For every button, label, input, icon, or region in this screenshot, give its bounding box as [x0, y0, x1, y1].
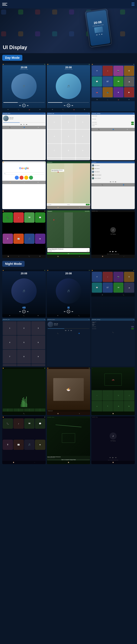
- cp-play-btn[interactable]: ▶: [112, 250, 114, 252]
- menu-lines-icon[interactable]: ☰: [131, 2, 135, 6]
- prev-btn-2[interactable]: ⏮: [64, 104, 66, 106]
- cp-news-icon[interactable]: 📰: [14, 234, 24, 244]
- app-youtube[interactable]: ▶: [124, 87, 134, 97]
- night-bt-edit[interactable]: ✎: [133, 322, 134, 323]
- night-cp-maps[interactable]: 🗺: [24, 418, 34, 429]
- app-bt[interactable]: BT: [102, 76, 113, 87]
- dial-6[interactable]: 6: [76, 130, 90, 144]
- night-bt-music-close[interactable]: ✕: [88, 319, 89, 320]
- app-maps[interactable]: 🗺: [113, 76, 124, 87]
- cp-extra-2[interactable]: ★: [35, 234, 45, 244]
- night-np-play[interactable]: ▶: [112, 456, 114, 458]
- night-dial-8[interactable]: 8: [17, 350, 31, 364]
- night-app-7[interactable]: 🗺: [113, 282, 124, 293]
- night-dial-star[interactable]: *: [3, 364, 17, 366]
- night-nav-down[interactable]: ▼: [102, 401, 113, 412]
- wave-btn-5[interactable]: BAL: [3, 410, 13, 412]
- night-cp-podcast[interactable]: 🎙: [3, 440, 13, 450]
- dial-hash[interactable]: #: [76, 158, 90, 160]
- dial-star[interactable]: *: [48, 158, 61, 160]
- night-next-2[interactable]: ⏭: [72, 310, 73, 312]
- social-prev[interactable]: ⏮: [110, 181, 111, 182]
- night-bt-call-close[interactable]: ✕: [44, 319, 45, 320]
- night-cp-music[interactable]: ♪: [14, 418, 24, 429]
- night-bt-prev[interactable]: ⏮: [65, 330, 66, 331]
- night-app-2[interactable]: ♪: [102, 272, 113, 282]
- bt-music-close[interactable]: ✕: [44, 113, 45, 114]
- night-nav-up[interactable]: ▲: [92, 401, 102, 412]
- hamburger-icon[interactable]: [2, 2, 7, 7]
- night-dial-2[interactable]: 2: [17, 321, 31, 335]
- night-play-2[interactable]: ⏸: [67, 310, 70, 313]
- dial-7[interactable]: 7: [48, 144, 61, 158]
- night-nav-zoom-in[interactable]: +: [92, 390, 102, 401]
- night-np-next[interactable]: ⏭: [115, 456, 117, 458]
- app-photo[interactable]: 📷: [113, 66, 124, 76]
- dial-8[interactable]: 8: [62, 144, 76, 158]
- night-cp-news[interactable]: 📰: [14, 440, 24, 450]
- social-next[interactable]: ⏭: [115, 181, 116, 182]
- dial-9[interactable]: 9: [76, 144, 90, 158]
- play-btn-2[interactable]: ⏸: [67, 104, 70, 107]
- night-next-1[interactable]: ⏭: [27, 310, 29, 312]
- google-search-bar[interactable]: 🔍: [3, 172, 44, 174]
- cp-podcast-icon[interactable]: 🎙: [3, 234, 13, 244]
- night-app-1[interactable]: ✈: [92, 272, 102, 282]
- bt-auto-connect-toggle[interactable]: [131, 124, 134, 125]
- night-app-6[interactable]: BT: [102, 282, 113, 293]
- night-app-8[interactable]: ☁: [124, 282, 134, 293]
- night-dial-7[interactable]: 7: [3, 350, 17, 364]
- night-dial-4[interactable]: 4: [3, 336, 17, 350]
- dial-5[interactable]: 5: [62, 130, 76, 144]
- nav-go-button[interactable]: GO: [86, 204, 90, 205]
- bt-edit-icon[interactable]: ✎: [133, 116, 134, 118]
- wave-btn-3[interactable]: TRE: [24, 408, 34, 410]
- wave-btn-1[interactable]: BAS: [3, 408, 13, 410]
- bt-call-close[interactable]: ✕: [88, 113, 89, 114]
- night-app-5[interactable]: 💬: [92, 282, 102, 293]
- cp-next-btn[interactable]: ⏭: [115, 250, 117, 252]
- night-app-4[interactable]: ⚙: [124, 272, 134, 282]
- google-shortcut-2[interactable]: [20, 176, 24, 180]
- night-bt-settings-close[interactable]: ✕: [133, 319, 134, 320]
- nav-large-go[interactable]: GO: [47, 253, 90, 254]
- google-shortcut-4[interactable]: [29, 176, 33, 180]
- night-nav-north[interactable]: N: [113, 390, 124, 401]
- wave-btn-7[interactable]: EQ: [24, 410, 34, 412]
- social-play[interactable]: ⏸: [112, 181, 114, 182]
- app-extra[interactable]: ★: [113, 87, 124, 97]
- night-nav-zoom-out[interactable]: -: [102, 390, 113, 401]
- next-btn-2[interactable]: ⏭: [72, 104, 73, 106]
- dial-4[interactable]: 4: [48, 130, 61, 144]
- google-shortcut-1[interactable]: [15, 176, 19, 180]
- prev-btn-1[interactable]: ⏮: [19, 104, 21, 106]
- wave-btn-8[interactable]: LOD: [35, 410, 45, 412]
- night-nav-right[interactable]: ▶: [124, 401, 134, 412]
- night-prev-2[interactable]: ⏮: [64, 310, 66, 312]
- app-cast[interactable]: 📺: [102, 87, 113, 97]
- cp-music-icon[interactable]: ♪: [14, 212, 24, 223]
- night-np-prev[interactable]: ⏮: [109, 456, 111, 458]
- app-telegram[interactable]: ✈: [92, 66, 102, 76]
- dial-1[interactable]: 1: [48, 115, 61, 129]
- night-play-1[interactable]: ⏸: [22, 310, 26, 313]
- cp-maps-icon[interactable]: 🗺: [24, 212, 34, 223]
- night-dial-1[interactable]: 1: [3, 321, 17, 335]
- app-settings[interactable]: ⚙: [124, 66, 134, 76]
- app-vehicle[interactable]: 🚗: [92, 87, 102, 97]
- bt-play[interactable]: ⏸: [23, 124, 24, 125]
- wave-btn-4[interactable]: FAD: [35, 408, 45, 410]
- night-cp-msg[interactable]: 💬: [35, 418, 45, 429]
- night-cp-star[interactable]: ★: [35, 440, 45, 450]
- night-dial-9[interactable]: 9: [31, 350, 45, 364]
- google-shortcut-3[interactable]: [24, 176, 28, 180]
- bt-auto-answer-toggle[interactable]: [131, 122, 134, 123]
- night-nav-left[interactable]: ◀: [113, 401, 124, 412]
- night-bt-play[interactable]: ⏸: [68, 330, 69, 331]
- night-bt-answer-toggle[interactable]: [131, 326, 134, 328]
- night-bt-connect-toggle[interactable]: [131, 328, 134, 330]
- wave-btn-6[interactable]: SUB: [14, 410, 24, 412]
- cp-prev-btn[interactable]: ⏮: [109, 250, 111, 252]
- night-cp-phone[interactable]: 📞: [3, 418, 13, 429]
- night-app-3[interactable]: 📷: [113, 272, 124, 282]
